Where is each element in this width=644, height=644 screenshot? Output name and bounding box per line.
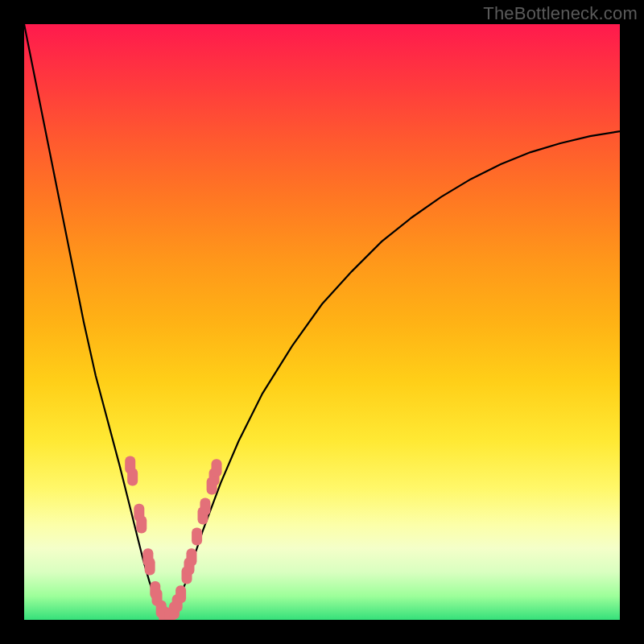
data-marker	[175, 585, 186, 603]
data-marker	[136, 516, 147, 534]
data-marker	[192, 527, 202, 545]
plot-area	[24, 24, 620, 620]
data-marker	[212, 459, 222, 477]
curve-right-branch	[167, 131, 620, 620]
watermark-text: TheBottleneck.com	[483, 3, 638, 24]
data-marker	[127, 468, 138, 485]
data-marker	[200, 497, 210, 515]
data-marker	[186, 548, 196, 566]
marker-group	[125, 456, 221, 620]
chart-svg	[24, 24, 620, 620]
data-marker	[145, 557, 155, 575]
chart-frame: TheBottleneck.com	[0, 0, 644, 644]
